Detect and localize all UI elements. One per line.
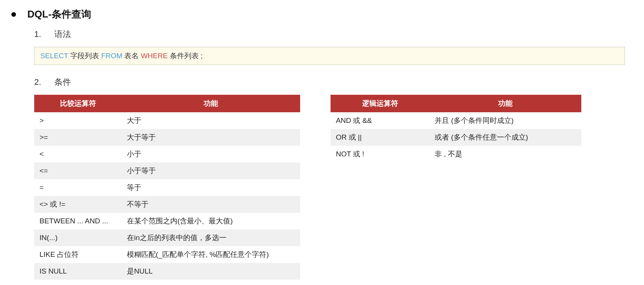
section-1-label: 1. 语法	[34, 29, 633, 40]
logic-operators-table: 逻辑运算符 功能 AND 或 &&并且 (多个条件同时成立)OR 或 ||或者 …	[331, 95, 581, 162]
compare-func-cell: 在in之后的列表中的值，多选一	[122, 229, 300, 246]
syntax-condition: 条件列表 ;	[168, 52, 203, 60]
logic-op-cell: OR 或 ||	[331, 129, 429, 146]
section-1-num: 1.	[34, 29, 41, 39]
table-row: OR 或 ||或者 (多个条件任意一个成立)	[331, 129, 581, 146]
compare-func-cell: 大于	[122, 112, 300, 129]
table-row: IS NULL是NULL	[34, 263, 300, 280]
compare-func-cell: 在某个范围之内(含最小、最大值)	[122, 213, 300, 229]
logic-op-cell: NOT 或 !	[331, 146, 429, 162]
compare-op-cell: =	[34, 179, 122, 196]
table-row: LIKE 占位符模糊匹配(_匹配单个字符, %匹配任意个字符)	[34, 246, 300, 263]
compare-op-cell: <	[34, 146, 122, 162]
keyword-select: SELECT	[40, 52, 68, 60]
keyword-where: WHERE	[141, 52, 168, 60]
compare-op-cell: >	[34, 112, 122, 129]
table-row: <> 或 !=不等于	[34, 196, 300, 213]
table-row: NOT 或 !非 , 不是	[331, 146, 581, 162]
syntax-fields: 字段列表	[68, 52, 101, 60]
tables-container: 比较运算符 功能 >大于>=大于等于<小于<=小于等于=等于<> 或 !=不等于…	[34, 95, 633, 280]
section-2-num: 2.	[34, 77, 41, 87]
section-2-label: 2. 条件	[34, 76, 633, 88]
content-area: 1. 语法 SELECT 字段列表 FROM 表名 WHERE 条件列表 ; 2…	[34, 29, 633, 280]
section-syntax: 1. 语法 SELECT 字段列表 FROM 表名 WHERE 条件列表 ;	[34, 29, 633, 65]
compare-header-func: 功能	[122, 95, 300, 112]
page-header: DQL-条件查询	[11, 8, 633, 21]
table-row: AND 或 &&并且 (多个条件同时成立)	[331, 112, 581, 129]
bullet-icon	[11, 12, 16, 17]
compare-op-cell: LIKE 占位符	[34, 246, 122, 263]
compare-func-cell: 不等于	[122, 196, 300, 213]
compare-func-cell: 小于等于	[122, 162, 300, 179]
table-row: >=大于等于	[34, 129, 300, 146]
compare-func-cell: 大于等于	[122, 129, 300, 146]
table-row: >大于	[34, 112, 300, 129]
compare-op-cell: <> 或 !=	[34, 196, 122, 213]
compare-header-op: 比较运算符	[34, 95, 122, 112]
section-2-title: 条件	[54, 76, 71, 88]
compare-op-cell: IN(...)	[34, 229, 122, 246]
compare-func-cell: 等于	[122, 179, 300, 196]
compare-func-cell: 模糊匹配(_匹配单个字符, %匹配任意个字符)	[122, 246, 300, 263]
page-title: DQL-条件查询	[27, 8, 91, 21]
logic-op-cell: AND 或 &&	[331, 112, 429, 129]
logic-func-cell: 非 , 不是	[429, 146, 581, 162]
logic-header-op: 逻辑运算符	[331, 95, 429, 112]
table-row: <=小于等于	[34, 162, 300, 179]
table-row: =等于	[34, 179, 300, 196]
syntax-box: SELECT 字段列表 FROM 表名 WHERE 条件列表 ;	[34, 47, 625, 65]
compare-operators-table: 比较运算符 功能 >大于>=大于等于<小于<=小于等于=等于<> 或 !=不等于…	[34, 95, 300, 280]
table-row: <小于	[34, 146, 300, 162]
compare-op-cell: IS NULL	[34, 263, 122, 280]
syntax-table: 表名	[122, 52, 141, 60]
logic-func-cell: 或者 (多个条件任意一个成立)	[429, 129, 581, 146]
logic-header-func: 功能	[429, 95, 581, 112]
table-row: BETWEEN ... AND ...在某个范围之内(含最小、最大值)	[34, 213, 300, 229]
compare-op-cell: <=	[34, 162, 122, 179]
keyword-from: FROM	[101, 52, 122, 60]
compare-op-cell: >=	[34, 129, 122, 146]
compare-func-cell: 是NULL	[122, 263, 300, 280]
logic-func-cell: 并且 (多个条件同时成立)	[429, 112, 581, 129]
compare-func-cell: 小于	[122, 146, 300, 162]
section-1-title: 语法	[54, 29, 71, 40]
table-row: IN(...)在in之后的列表中的值，多选一	[34, 229, 300, 246]
compare-op-cell: BETWEEN ... AND ...	[34, 213, 122, 229]
section-condition: 2. 条件 比较运算符 功能 >大于>=大于等于<小于<=小于等于=等于<> 或…	[34, 76, 633, 280]
